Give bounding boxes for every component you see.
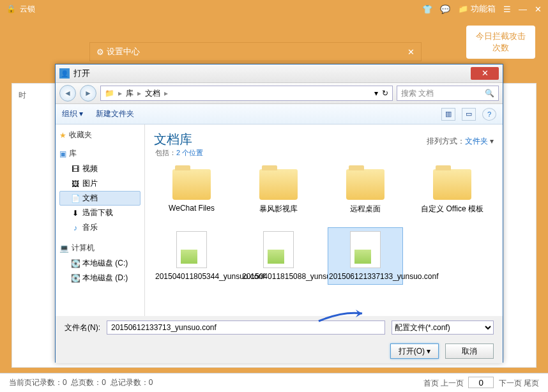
preview-button[interactable]: ▭ — [462, 108, 476, 121]
disk-icon: 💽 — [71, 259, 80, 268]
tree-computer[interactable]: 💻计算机 — [59, 243, 141, 253]
settings-dialog: ⚙ 设置中心 ✕ — [89, 42, 422, 61]
open-dialog-titlebar: 👤 打开 ✕ — [56, 64, 503, 82]
file-pane: 文档库 包括：2 个位置 排列方式：文件夹 ▾ WeChat Files暴风影视… — [145, 124, 503, 316]
today-intercept-box: 今日拦截攻击次数 — [466, 26, 535, 59]
star-icon: ★ — [59, 131, 66, 140]
filename-label: 文件名(N): — [65, 322, 100, 333]
forward-button[interactable]: ► — [80, 85, 96, 102]
item-label: 201506121337133_yunsuo.conf — [329, 272, 402, 281]
breadcrumb-sub[interactable]: 文档 — [145, 88, 160, 99]
nav-first[interactable]: 首页 — [423, 379, 439, 388]
page-input[interactable] — [468, 377, 494, 388]
tree-music[interactable]: ♪音乐 — [59, 220, 141, 235]
search-placeholder: 搜索 文档 — [401, 88, 434, 99]
item-label: 自定义 Office 模板 — [416, 204, 489, 215]
folder-item[interactable]: 自定义 Office 模板 — [415, 165, 490, 218]
folder-item[interactable]: 远程桌面 — [328, 165, 403, 218]
minimize-button[interactable]: — — [519, 4, 527, 14]
tree-disk-d[interactable]: 💽本地磁盘 (D:) — [59, 271, 141, 285]
download-icon: ⬇ — [71, 209, 80, 218]
help-button[interactable]: ? — [482, 108, 496, 121]
open-dialog-title: 打开 — [73, 68, 90, 79]
nav-next[interactable]: 下一页 — [499, 379, 522, 388]
tree-libraries[interactable]: ▣库 — [59, 148, 141, 159]
settings-title: 设置中心 — [107, 46, 140, 57]
tree-favorites[interactable]: ★收藏夹 — [59, 130, 141, 140]
folder-icon — [433, 169, 471, 200]
item-label: 201504011815088_yunsuo.conf — [242, 272, 315, 281]
file-icon — [176, 231, 207, 268]
disk-icon: 💽 — [71, 274, 80, 283]
shirt-icon[interactable]: 👕 — [422, 4, 432, 14]
filename-input[interactable] — [107, 320, 385, 335]
pagination: 首页 上一页 下一页 尾页 — [423, 377, 539, 389]
folder-item[interactable]: WeChat Files — [154, 165, 229, 218]
nav-last[interactable]: 尾页 — [524, 379, 539, 388]
folder-icon — [346, 169, 384, 200]
status-current-records: 当前页记录数：0 — [9, 377, 67, 388]
tree-xunlei[interactable]: ⬇迅雷下载 — [59, 206, 141, 220]
app-titlebar: 🔒 云锁 👕 💬 📁 功能箱 ☰ — ✕ — [0, 0, 548, 18]
picture-icon: 🖼 — [71, 179, 80, 188]
library-icon: ▣ — [59, 149, 66, 158]
search-input[interactable]: 搜索 文档 🔍 — [397, 86, 499, 101]
breadcrumb[interactable]: 📁▸ 库▸ 文档▸ ▾ ↻ — [100, 86, 393, 101]
gear-icon: ⚙ — [96, 47, 104, 57]
folder-item[interactable]: 暴风影视库 — [241, 165, 316, 218]
folder-icon: 📁 — [105, 89, 114, 98]
document-icon: 📄 — [71, 194, 80, 203]
close-button[interactable]: ✕ — [535, 4, 542, 14]
tree-pictures[interactable]: 🖼图片 — [59, 176, 141, 191]
cancel-button[interactable]: 取消 — [445, 343, 494, 359]
file-icon — [350, 231, 381, 268]
arrange-by[interactable]: 排列方式：文件夹 ▾ — [427, 136, 494, 147]
file-item[interactable]: 201504011815088_yunsuo.conf — [241, 227, 316, 285]
tree-documents[interactable]: 📄文档 — [59, 191, 141, 206]
menu-icon[interactable]: ☰ — [503, 4, 511, 14]
folder-icon — [259, 169, 298, 200]
view-button[interactable]: ▥ — [441, 108, 455, 121]
tree-disk-c[interactable]: 💽本地磁盘 (C:) — [59, 256, 141, 271]
item-label: 暴风影视库 — [242, 204, 315, 215]
refresh-icon[interactable]: ↻ — [382, 89, 388, 98]
filename-row: 文件名(N): 配置文件(*.conf) — [56, 316, 503, 339]
new-folder-button[interactable]: 新建文件夹 — [96, 109, 134, 119]
breadcrumb-root[interactable]: 库 — [126, 88, 133, 99]
lock-icon: 🔒 — [6, 4, 16, 13]
nav-prev[interactable]: 上一页 — [441, 379, 464, 388]
locations-link[interactable]: 2 个位置 — [176, 149, 203, 156]
library-subtitle: 包括：2 个位置 — [155, 148, 203, 158]
status-total-records: 总记录数：0 — [110, 377, 153, 388]
library-title: 文档库 — [154, 131, 203, 148]
app-title: 云锁 — [20, 4, 35, 15]
file-item[interactable]: 201504011805344_yunsuo.conf — [154, 227, 229, 285]
open-button[interactable]: 打开(O) ▾ — [390, 343, 439, 359]
nav-bar: ◄ ► 📁▸ 库▸ 文档▸ ▾ ↻ 搜索 文档 🔍 — [56, 82, 503, 104]
computer-icon: 💻 — [59, 244, 69, 253]
filetype-select[interactable]: 配置文件(*.conf) — [392, 320, 494, 335]
item-label: 201504011805344_yunsuo.conf — [155, 272, 228, 281]
chevron-down-icon[interactable]: ▾ — [374, 89, 378, 98]
toolbox-button[interactable]: 📁 功能箱 — [458, 3, 496, 15]
file-icon — [263, 231, 294, 268]
nav-tree: ★收藏夹 ▣库 🎞视频 🖼图片 📄文档 ⬇迅雷下载 ♪音乐 💻计算机 💽本地磁盘… — [56, 124, 145, 316]
file-item[interactable]: 201506121337133_yunsuo.conf — [328, 227, 403, 285]
music-icon: ♪ — [71, 223, 80, 232]
open-dialog-close-button[interactable]: ✕ — [471, 67, 499, 80]
tree-videos[interactable]: 🎞视频 — [59, 162, 141, 176]
open-dialog: 👤 打开 ✕ ◄ ► 📁▸ 库▸ 文档▸ ▾ ↻ 搜索 文档 🔍 组织 ▾ 新建… — [55, 64, 503, 363]
item-label: 远程桌面 — [329, 204, 402, 215]
button-row: 打开(O) ▾ 取消 — [56, 339, 503, 363]
search-icon: 🔍 — [485, 89, 494, 98]
toolbar: 组织 ▾ 新建文件夹 ▥ ▭ ? — [56, 104, 503, 124]
status-bar: 当前页记录数：0 总页数：0 总记录数：0 首页 上一页 下一页 尾页 — [0, 373, 548, 392]
item-label: WeChat Files — [155, 204, 228, 213]
folder-icon — [172, 169, 211, 200]
back-button[interactable]: ◄ — [59, 85, 76, 102]
chat-icon[interactable]: 💬 — [440, 4, 450, 14]
status-total-pages: 总页数：0 — [71, 377, 106, 388]
person-icon: 👤 — [59, 68, 70, 79]
settings-close-button[interactable]: ✕ — [407, 47, 415, 57]
organize-button[interactable]: 组织 ▾ — [62, 109, 83, 119]
